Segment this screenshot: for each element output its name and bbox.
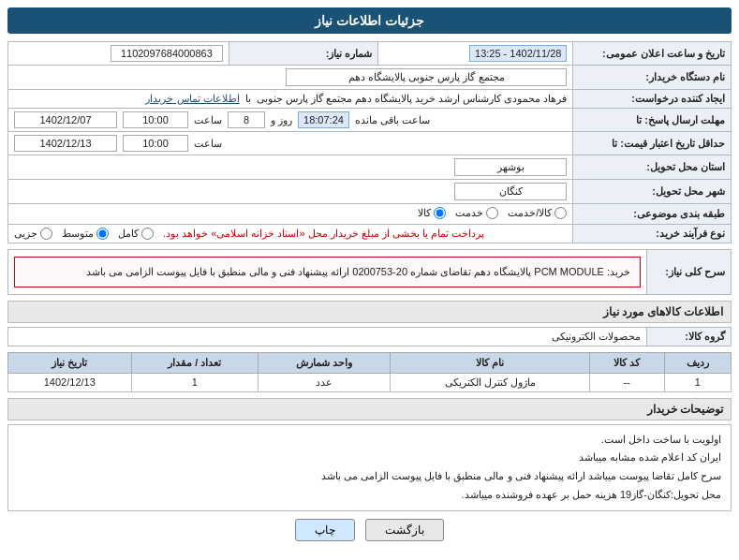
novfarayand-kamil[interactable]: کامل: [118, 228, 154, 240]
tarikh-value: 1402/11/28 - 13:25: [378, 42, 573, 66]
shomare-niaz-value: 1102097684000863: [8, 42, 229, 66]
tabaqe-label-kala: کالا: [418, 207, 431, 219]
table-cell-vahed: عدد: [259, 373, 391, 391]
tazahat-line: اولویت با ساخت داخل است.: [18, 431, 721, 449]
novfarayand-label-jozi: جزیی: [14, 228, 37, 240]
tarikh-label: تاریخ و ساعت اعلان عمومی:: [573, 42, 732, 66]
info-table: تاریخ و ساعت اعلان عمومی: 1402/11/28 - 1…: [7, 41, 732, 243]
button-row: بازگشت چاپ: [7, 519, 732, 541]
shahr-value: کنگان: [8, 180, 573, 204]
saeat-label: ساعت: [194, 114, 222, 126]
tabaqe-label-kala-khedmat: کالا/خدمت: [508, 207, 552, 219]
shahr-input: کنگان: [454, 183, 567, 200]
items-table: ردیف کد کالا نام کالا واحد شمارش تعداد /…: [7, 352, 732, 392]
mohlat-value: ساعت باقی مانده 18:07:24 روز و 8 ساعت 10…: [8, 109, 573, 132]
novfarayand-motovaset[interactable]: متوسط: [62, 228, 109, 240]
chap-button[interactable]: چاپ: [295, 519, 355, 541]
shomare-niaz-input: 1102097684000863: [111, 45, 223, 62]
page-title: جزئیات اطلاعات نیاز: [7, 7, 732, 34]
col-radif: ردیف: [664, 352, 732, 373]
novfarayand-radio-jozi[interactable]: [40, 228, 52, 240]
jadaval-saeat-label: ساعت: [194, 138, 222, 150]
tarikh-input: 1402/11/28 - 13:25: [469, 45, 567, 62]
tazahat-box: اولویت با ساخت داخل است.ایران کد اعلام ش…: [7, 424, 732, 511]
nam-dastgah-label: نام دستگاه خریدار:: [573, 66, 732, 90]
sarkh-koli-table: سرح کلی نیاز: خرید: PCM MODULE پالایشگاه…: [7, 249, 732, 295]
tabaqe-option-khedmat[interactable]: خدمت: [455, 207, 498, 219]
jadaval-time-input: 10:00: [123, 135, 188, 152]
table-cell-kodKala: --: [590, 373, 664, 391]
ijad-konande-value: فرهاد محمودی کارشناس ارشد خرید پالایشگاه…: [8, 90, 573, 109]
tabaqe-value: کالا/خدمت خدمت کالا: [8, 204, 573, 225]
nam-dastgah-input: مجتمع گاز پارس جنوبی پالایشگاه دهم: [286, 68, 567, 86]
table-cell-tarikh: 1402/12/13: [8, 373, 132, 391]
sarkh-koli-value: خرید: PCM MODULE پالایشگاه دهم تقاضای شم…: [8, 250, 647, 295]
sarkh-koli-box: خرید: PCM MODULE پالایشگاه دهم تقاضای شم…: [14, 257, 641, 287]
tazahat-line: محل تحویل:کنگان-گاز19 هزینه حمل بر عهده …: [18, 486, 721, 505]
tazahat-title: توضیحات خریدار: [7, 398, 732, 420]
jadaval-value: ساعت 10:00 1402/12/13: [8, 132, 573, 155]
col-nam-kala: نام کالا: [391, 352, 590, 373]
table-cell-tedad: 1: [131, 373, 259, 391]
jadaval-date-input: 1402/12/13: [14, 135, 117, 152]
group-kala-value: محصولات الکترونیکی: [8, 327, 647, 346]
tabaqe-label-khedmat: خدمت: [455, 207, 483, 219]
ostan-input: بوشهر: [454, 158, 567, 176]
roz-label: روز و: [271, 114, 292, 126]
col-vahed: واحد شمارش: [259, 352, 391, 373]
page-wrapper: جزئیات اطلاعات نیاز تاریخ و ساعت اعلان ع…: [0, 0, 739, 560]
table-cell-namKala: ماژول کنترل الکتریکی: [391, 373, 590, 391]
jadaval-label: حداقل تاریخ اعتبار قیمت: تا: [573, 132, 732, 155]
novfarayand-value: پرداخت تمام یا بخشی از مبلغ خریدار محل «…: [8, 225, 573, 243]
novfarayand-jozi[interactable]: جزیی: [14, 228, 52, 240]
ostan-label: استان محل تحویل:: [573, 155, 732, 180]
tabaqe-option-kala-khedmat[interactable]: کالا/خدمت: [508, 207, 567, 219]
sarkh-koli-label: سرح کلی نیاز:: [647, 250, 732, 295]
ettelaat-link[interactable]: اطلاعات تماس خریدار: [145, 93, 239, 104]
group-kala-table: گروه کالا: محصولات الکترونیکی: [7, 327, 732, 346]
shomare-niaz-label: شماره نیاز:: [229, 42, 378, 66]
novfarayand-label-kamil: کامل: [118, 228, 139, 240]
ijad-konande-label: ایجاد کننده درخواست:: [573, 90, 732, 109]
table-cell-radif: 1: [664, 373, 732, 391]
mohlat-date-input: 1402/12/07: [14, 111, 117, 128]
bazgasht-button[interactable]: بازگشت: [365, 519, 444, 541]
col-tarikh: تاریخ نیاز: [8, 352, 132, 373]
tabaqe-option-kala[interactable]: کالا: [418, 207, 446, 219]
table-row: 1--ماژول کنترل الکتریکیعدد11402/12/13: [8, 373, 732, 391]
tazahat-line: سرح کامل تقاضا پیوست میباشد ارائه پیشنها…: [18, 467, 721, 486]
col-kod-kala: کد کالا: [590, 352, 664, 373]
novfarayand-label-motovaset: متوسط: [62, 228, 94, 240]
mohlat-saeat-input: 18:07:24: [298, 111, 349, 128]
tabaqe-radio-khedmat[interactable]: [486, 207, 498, 219]
col-tedad: تعداد / مقدار: [131, 352, 259, 373]
novfarayand-note: پرداخت تمام یا بخشی از مبلغ خریدار محل «…: [163, 228, 484, 240]
ostan-value: بوشهر: [8, 155, 573, 180]
items-section-title: اطلاعات کالاهای مورد نیاز: [7, 301, 732, 323]
mohlat-time-input: 10:00: [123, 111, 188, 128]
ijad-konande-text: فرهاد محمودی کارشناس ارشد خرید پالایشگاه…: [257, 93, 568, 104]
novfarayand-radio-motovaset[interactable]: [96, 228, 109, 240]
mohlat-label: مهلت ارسال پاسخ: تا: [573, 109, 732, 132]
novfarayand-radio-kamil[interactable]: [141, 228, 154, 240]
nam-dastgah-value: مجتمع گاز پارس جنوبی پالایشگاه دهم: [8, 66, 573, 90]
group-kala-label: گروه کالا:: [647, 327, 732, 346]
mohlat-baqi: ساعت باقی مانده: [355, 114, 430, 126]
tabaqe-radio-kala-khedmat[interactable]: [554, 207, 567, 219]
tabaqe-radio-kala[interactable]: [434, 207, 446, 219]
tazahat-line: ایران کد اعلام شده مشابه میباشد: [18, 449, 721, 467]
tabaqe-label: طبقه بندی موضوعی:: [573, 204, 732, 225]
shahr-label: شهر محل تحویل:: [573, 180, 732, 204]
mohlat-roz-input: 8: [228, 111, 265, 128]
novfarayand-label: نوع فرآیند خرید:: [573, 225, 732, 243]
